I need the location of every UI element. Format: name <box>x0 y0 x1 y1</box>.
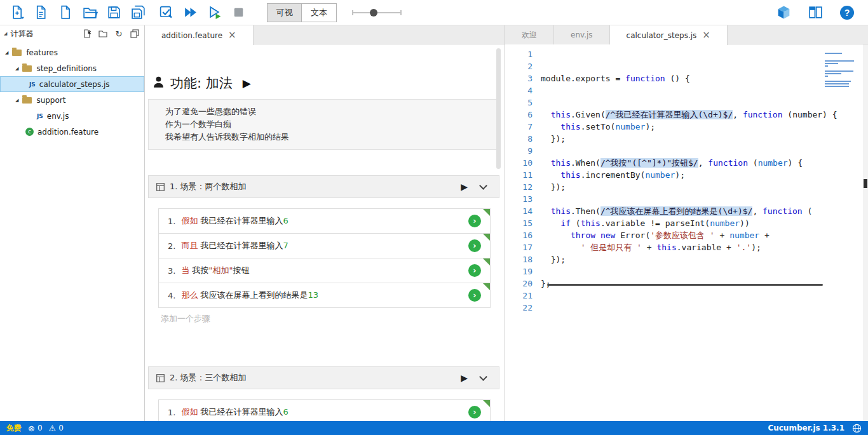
tree-item-addition.feature[interactable]: caddition.feature <box>0 124 144 140</box>
step-corner-marker <box>483 283 490 290</box>
close-tab-icon[interactable]: × <box>702 30 710 40</box>
step-list: 1.假如 我已经在计算器里输入6›2.而且 我已经在计算器里输入7›3.当 我按… <box>158 208 491 308</box>
layout-columns-button[interactable] <box>803 2 827 23</box>
scenario-header[interactable]: 2. 场景：三个数相加▶ <box>148 366 499 389</box>
run-scenario-button[interactable]: ▶ <box>461 373 468 383</box>
stop-button[interactable] <box>226 2 250 23</box>
scrollbar-thumb[interactable] <box>864 179 867 188</box>
new-feature-button[interactable] <box>5 2 29 23</box>
expander-icon[interactable]: ◢ <box>5 50 8 55</box>
code-text: this.Then(/^我应该在屏幕上看到的结果是(\d+)$/, functi… <box>541 205 812 217</box>
step-corner-marker <box>483 258 490 265</box>
line-number: 7 <box>505 121 541 133</box>
run-step-button[interactable]: › <box>468 239 481 252</box>
tree-item-label: addition.feature <box>37 128 98 137</box>
tree-item-label: step_definitions <box>36 64 97 73</box>
help-button[interactable]: ? <box>835 2 859 23</box>
editor-horizontal-scrollbar[interactable] <box>547 284 823 286</box>
new-file-small-button[interactable] <box>81 28 93 39</box>
error-count: 0 <box>37 424 43 432</box>
code-line: 15 if (this.variable != parseInt(number)… <box>505 217 863 229</box>
editor-tabs: 欢迎env.jscalculator_steps.js× <box>505 25 868 44</box>
scenario-header[interactable]: 1. 场景：两个数相加▶ <box>148 175 499 198</box>
expander-icon[interactable]: ◢ <box>15 66 18 71</box>
line-number: 16 <box>505 229 541 241</box>
new-scenario-button[interactable] <box>29 2 53 23</box>
slider-thumb[interactable] <box>370 9 377 17</box>
open-button[interactable] <box>78 2 102 23</box>
new-folder-small-button[interactable] <box>97 28 109 39</box>
person-icon <box>152 76 165 91</box>
line-number: 22 <box>505 302 541 314</box>
js-file-icon: JS <box>29 81 36 88</box>
line-number: 21 <box>505 290 541 302</box>
refresh-button[interactable]: ↻ <box>113 28 125 39</box>
step-row[interactable]: 2.而且 我已经在计算器里输入7› <box>158 233 491 258</box>
collapse-all-button[interactable] <box>129 28 140 39</box>
run-feature-button[interactable]: ▶ <box>243 77 251 90</box>
language-globe-icon[interactable] <box>852 424 862 433</box>
run-step-button[interactable]: › <box>468 264 481 277</box>
collapse-triangle-icon[interactable]: ◢ <box>4 31 7 36</box>
tab-addition-feature[interactable]: addition.feature × <box>145 25 254 45</box>
close-tab-icon[interactable]: × <box>228 30 236 40</box>
code-text: this.incrementBy(number); <box>541 169 685 181</box>
save-button[interactable] <box>102 2 126 23</box>
code-line: 3module.exports = function () { <box>505 72 863 84</box>
step-row[interactable]: 1.假如 我已经在计算器里输入6› <box>158 399 491 421</box>
scenario-title: 1. 场景：两个数相加 <box>170 181 247 192</box>
visual-mode-button[interactable]: 可视 <box>268 4 302 22</box>
line-number: 14 <box>505 205 541 217</box>
expander-icon[interactable]: ◢ <box>15 98 18 103</box>
run-step-button[interactable]: › <box>468 215 481 227</box>
tab--[interactable]: 欢迎 <box>505 25 554 44</box>
feature-description: 为了避免一些愚蠢的错误作为一个数学白痴我希望有人告诉我数字相加的结果 <box>148 99 499 150</box>
line-number: 12 <box>505 181 541 193</box>
tree-item-step_definitions[interactable]: ◢step_definitions <box>0 60 144 76</box>
line-number: 10 <box>505 157 541 169</box>
step-row[interactable]: 3.当 我按"相加"按钮› <box>158 258 491 283</box>
validate-button[interactable] <box>154 2 178 23</box>
code-lines[interactable]: 123module.exports = function () {456 thi… <box>505 44 863 314</box>
line-number: 15 <box>505 217 541 229</box>
add-step-button[interactable]: 添加一个步骤 <box>161 313 499 325</box>
run-scenario-button[interactable]: ▶ <box>461 182 468 192</box>
run-all-button[interactable] <box>178 2 202 23</box>
package-button[interactable] <box>771 2 796 23</box>
folder-icon <box>22 97 32 104</box>
tree-item-support[interactable]: ◢support <box>0 92 144 108</box>
step-row[interactable]: 1.假如 我已经在计算器里输入6› <box>158 208 491 234</box>
collapse-all-icon <box>130 29 139 38</box>
run-button[interactable] <box>202 2 226 23</box>
tree-item-features[interactable]: ◢features <box>0 44 144 60</box>
collapse-chevron-icon[interactable] <box>479 373 487 381</box>
zoom-slider[interactable] <box>352 3 402 22</box>
project-title: 计算器 <box>10 29 33 39</box>
editor-vertical-scrollbar[interactable] <box>863 44 868 421</box>
columns-icon <box>808 4 824 20</box>
package-cube-icon <box>776 4 792 20</box>
run-step-button[interactable]: › <box>468 406 481 418</box>
code-editor[interactable]: 123module.exports = function () {456 thi… <box>505 44 863 421</box>
tree-item-env.js[interactable]: JSenv.js <box>0 108 144 124</box>
line-number: 2 <box>505 60 541 72</box>
save-all-button[interactable] <box>126 2 150 23</box>
run-step-button[interactable]: › <box>468 289 481 302</box>
step-row[interactable]: 4.那么 我应该在屏幕上看到的结果是13› <box>158 283 491 308</box>
main-toolbar: 可视 文本 <box>0 0 868 25</box>
feature-pane-scrollbar[interactable] <box>496 48 501 169</box>
feature-file-icon: c <box>25 128 34 136</box>
slider-tick-left <box>352 10 353 15</box>
text-mode-button[interactable]: 文本 <box>302 4 336 22</box>
tree-item-calculator_steps.js[interactable]: JScalculator_steps.js <box>0 76 144 92</box>
tab-env.js[interactable]: env.js <box>554 25 610 44</box>
collapse-chevron-icon[interactable] <box>479 182 487 190</box>
line-number: 5 <box>505 97 541 109</box>
tab-calculator_steps.js[interactable]: calculator_steps.js× <box>610 25 728 45</box>
line-number: 1 <box>505 48 541 60</box>
open-folder-icon <box>82 4 98 20</box>
checkbox-check-icon <box>158 4 174 20</box>
new-file-button[interactable] <box>53 2 78 23</box>
code-text: this.setTo(number); <box>541 121 655 133</box>
warning-count: 0 <box>58 424 64 432</box>
